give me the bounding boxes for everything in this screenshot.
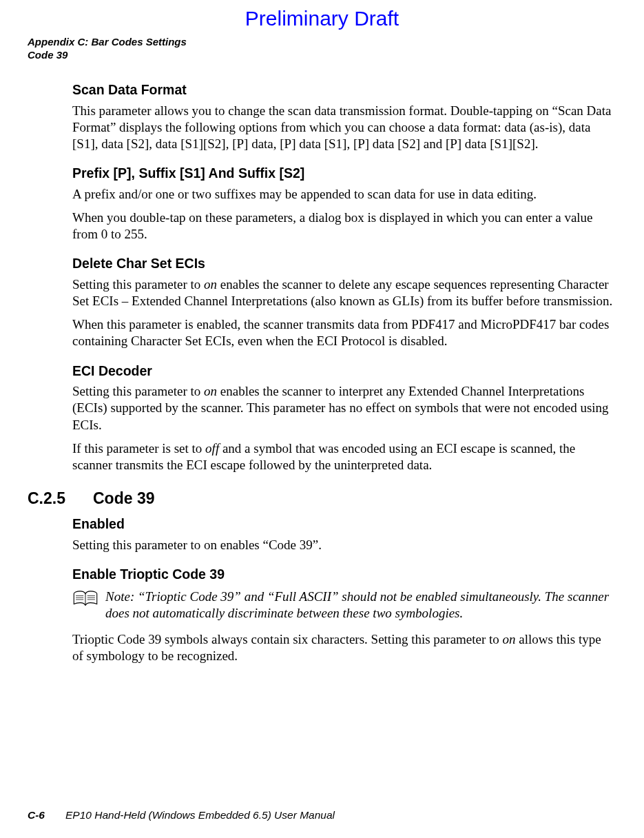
running-head-line2: Code 39 [28,49,187,62]
text-fragment: Setting this parameter to [72,384,204,398]
para-scan-data-format: This parameter allows you to change the … [72,103,615,152]
running-head-line1: Appendix C: Bar Codes Settings [28,36,187,49]
heading-scan-data-format: Scan Data Format [72,81,615,99]
text-fragment: Setting this parameter to [72,277,204,292]
preliminary-draft-label: Preliminary Draft [0,7,644,30]
text-off: off [205,441,219,456]
page-number: C-6 [28,809,45,821]
heading-prefix-suffix: Prefix [P], Suffix [S1] And Suffix [S2] [72,165,615,182]
content-area: Scan Data Format This parameter allows y… [72,81,615,671]
heading-enable-trioptic: Enable Trioptic Code 39 [72,566,615,583]
manual-title: EP10 Hand-Held (Windows Embedded 6.5) Us… [65,809,335,821]
note-label: Note: [105,589,138,604]
note-text: Note: “Trioptic Code 39” and “Full ASCII… [105,589,615,622]
para-prefix-suffix-2: When you double-tap on these parameters,… [72,210,615,243]
footer: C-6 EP10 Hand-Held (Windows Embedded 6.5… [28,809,335,821]
heading-eci-decoder: ECI Decoder [72,362,615,380]
text-on: on [503,632,516,646]
para-eci-decoder-1: Setting this parameter to on enables the… [72,383,615,433]
heading-delete-char-set: Delete Char Set ECIs [72,255,615,272]
note-block: Note: “Trioptic Code 39” and “Full ASCII… [72,589,615,622]
para-trioptic: Trioptic Code 39 symbols always contain … [72,631,615,664]
text-on: on [204,277,217,292]
para-prefix-suffix-1: A prefix and/or one or two suffixes may … [72,186,615,203]
book-icon [72,590,98,608]
text-fragment: If this parameter is set to [72,441,205,456]
para-delete-char-set-2: When this parameter is enabled, the scan… [72,316,615,349]
para-eci-decoder-2: If this parameter is set to off and a sy… [72,440,615,473]
text-fragment: Trioptic Code 39 symbols always contain … [72,632,503,646]
heading-code-39: C.2.5 Code 39 [28,489,615,509]
note-body: “Trioptic Code 39” and “Full ASCII” shou… [105,589,609,620]
heading-enabled: Enabled [72,515,615,533]
para-delete-char-set-1: Setting this parameter to on enables the… [72,276,615,309]
text-on: on [204,384,217,398]
section-number: C.2.5 [28,489,93,509]
running-head: Appendix C: Bar Codes Settings Code 39 [28,36,187,62]
page: Preliminary Draft Appendix C: Bar Codes … [0,0,644,838]
section-title: Code 39 [93,489,154,509]
para-enabled: Setting this parameter to on enables “Co… [72,537,615,553]
